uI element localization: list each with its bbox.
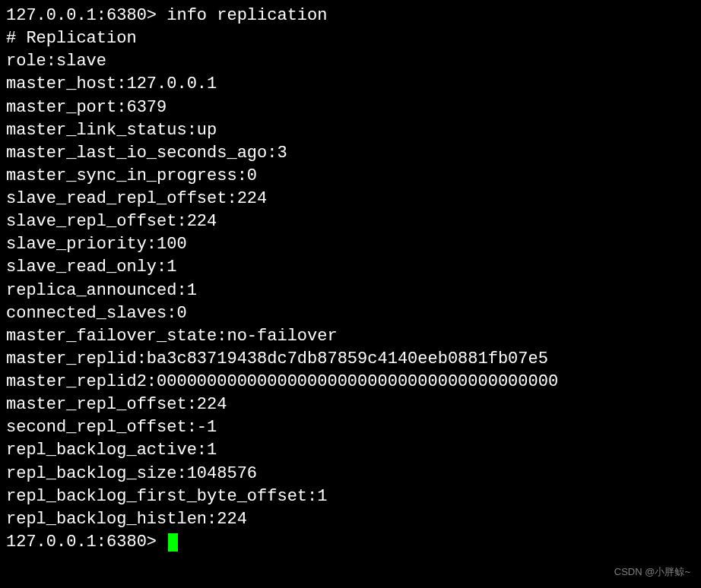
output-line: repl_backlog_histlen:224 [6, 508, 695, 531]
output-line: master_host:127.0.0.1 [6, 73, 695, 96]
output-line: slave_priority:100 [6, 233, 695, 256]
cursor-icon [168, 533, 178, 552]
output-header: # Replication [6, 27, 695, 50]
output-line: role:slave [6, 50, 695, 73]
terminal-prompt-line[interactable]: 127.0.0.1:6380> [6, 531, 695, 554]
command-text: info replication [167, 5, 327, 27]
watermark-text: CSDN @小胖鲸~ [614, 565, 690, 579]
output-line: master_link_status:up [6, 119, 695, 142]
output-line: master_port:6379 [6, 96, 695, 119]
terminal-command-line[interactable]: 127.0.0.1:6380> info replication [6, 5, 695, 27]
prompt-text: 127.0.0.1:6380> [6, 5, 167, 27]
output-line: slave_read_only:1 [6, 256, 695, 279]
output-line: master_failover_state:no-failover [6, 325, 695, 348]
output-line: master_replid:ba3c83719438dc7db87859c414… [6, 348, 695, 371]
output-line: repl_backlog_active:1 [6, 439, 695, 462]
output-line: repl_backlog_first_byte_offset:1 [6, 485, 695, 508]
output-line: slave_repl_offset:224 [6, 210, 695, 233]
prompt-text: 127.0.0.1:6380> [6, 531, 167, 554]
output-line: second_repl_offset:-1 [6, 416, 695, 439]
output-line: replica_announced:1 [6, 280, 695, 302]
output-line: master_last_io_seconds_ago:3 [6, 142, 695, 165]
output-line: connected_slaves:0 [6, 302, 695, 325]
output-line: master_repl_offset:224 [6, 394, 695, 416]
output-line: master_replid2:0000000000000000000000000… [6, 371, 695, 394]
output-line: slave_read_repl_offset:224 [6, 188, 695, 210]
output-line: master_sync_in_progress:0 [6, 165, 695, 188]
output-line: repl_backlog_size:1048576 [6, 463, 695, 485]
